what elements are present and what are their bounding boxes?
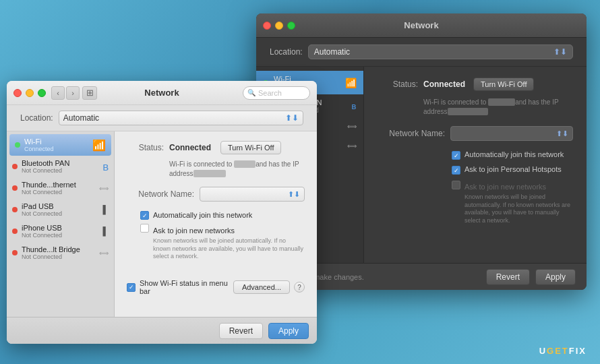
dark-checkboxes: ✓ Automatically join this network ✓ Ask …: [452, 150, 573, 225]
light-checkboxes: ✓ Automatically join this network Ask to…: [140, 211, 305, 261]
light-phone-icon-iphone: ▌: [102, 226, 109, 236]
watermark-prefix: U: [539, 346, 547, 356]
light-wifi-icon: 📶: [92, 139, 106, 152]
dark-personal-hotspot-checkbox[interactable]: ✓: [452, 166, 460, 175]
forward-button[interactable]: ›: [66, 86, 80, 100]
light-item-status-iphone: Not Connected: [22, 232, 102, 239]
light-show-wifi-checkbox[interactable]: ✓: [127, 283, 136, 292]
dark-personal-hotspot-row: ✓ Ask to join Personal Hotspots: [452, 165, 573, 175]
arrows-icon-bridge: ⟺: [347, 142, 357, 150]
light-network-input[interactable]: ⬆⬇: [200, 187, 305, 202]
light-sidebar-item-ipadusb[interactable]: iPad USB Not Connected ▌: [7, 199, 114, 220]
light-item-status-teth: Not Connected: [22, 189, 99, 195]
light-apply-button[interactable]: Apply: [268, 323, 309, 339]
light-auto-join-checkbox[interactable]: ✓: [140, 211, 149, 220]
light-sidebar-item-iphoneusb[interactable]: iPhone USB Not Connected ▌: [7, 220, 114, 242]
light-status-value: Connected: [169, 143, 211, 152]
dark-revert-button[interactable]: Revert: [486, 269, 530, 285]
light-phone-icon-ipad: ▌: [102, 205, 109, 214]
light-turn-wifi-off-button[interactable]: Turn Wi-Fi Off: [220, 141, 281, 154]
dark-ask-join-sublabel: Known networks will be joined automatica…: [464, 193, 573, 225]
light-item-name-ipad: iPad USB: [22, 202, 102, 210]
light-titlebar: ‹ › ⊞ Network 🔍 Search: [7, 81, 317, 105]
light-item-name-teth: Thunde...thernet: [22, 181, 99, 189]
light-ask-join-row: Ask to join new networks Known networks …: [140, 224, 305, 261]
light-location-row: Location: Automatic ⬆⬇: [7, 105, 317, 131]
light-item-status-ipad: Not Connected: [22, 210, 102, 217]
light-sidebar-item-wifi[interactable]: Wi-Fi Connected 📶: [9, 134, 111, 156]
light-close-button[interactable]: [13, 89, 22, 97]
search-icon: 🔍: [247, 89, 256, 96]
light-dropdown-arrow-icon: ⬆⬇: [285, 113, 299, 123]
light-network-label: Network Name:: [127, 189, 194, 199]
dark-ask-join-label: Ask to join new networks: [464, 183, 546, 191]
light-traffic-lights: [13, 89, 46, 97]
location-label-dark: Location:: [270, 47, 303, 57]
light-show-wifi-label: Show Wi-Fi status in menu bar: [140, 279, 233, 295]
dark-info-text: Wi-Fi is connected to and has the IP add…: [423, 98, 573, 117]
light-item-name-iphone: iPhone USB: [22, 224, 102, 232]
dark-ask-join-row: Ask to join new networks Known networks …: [452, 180, 573, 225]
close-button[interactable]: [263, 22, 271, 30]
light-question-button[interactable]: ?: [294, 282, 305, 293]
light-status-label: Status:: [127, 143, 164, 152]
light-dot-iphone: [12, 229, 18, 234]
light-item-name-bridge: Thunde...lt Bridge: [22, 245, 99, 253]
dark-personal-hotspot-label: Ask to join Personal Hotspots: [464, 165, 562, 173]
dark-ip-redacted: [448, 108, 488, 115]
dark-network-dropdown-arrow: ⬆⬇: [556, 129, 568, 138]
light-status-row: Status: Connected Turn Wi-Fi Off: [127, 141, 305, 154]
dark-status-row: Status: Connected Turn Wi-Fi Off: [378, 78, 573, 91]
dropdown-arrow-icon: ⬆⬇: [553, 47, 567, 57]
light-minimize-button[interactable]: [26, 89, 34, 97]
light-advanced-button[interactable]: Advanced...: [233, 280, 290, 294]
dark-ask-join-checkbox[interactable]: [452, 181, 460, 189]
light-location-select[interactable]: Automatic ⬆⬇: [59, 111, 303, 125]
light-ask-join-sublabel: Known networks will be joined automatica…: [153, 237, 305, 261]
minimize-button[interactable]: [275, 22, 283, 30]
window-title-dark: Network: [404, 20, 438, 30]
light-maximize-button[interactable]: [38, 89, 46, 97]
dark-auto-join-row: ✓ Automatically join this network: [452, 150, 573, 160]
light-arrows-icon-bridge: ⟺: [99, 249, 109, 257]
location-select-dark[interactable]: Automatic ⬆⬇: [308, 44, 573, 59]
bluetooth-icon: ʙ: [351, 101, 357, 111]
light-main-panel: Status: Connected Turn Wi-Fi Off Wi-Fi i…: [115, 131, 317, 329]
dark-main-panel: Status: Connected Turn Wi-Fi Off Wi-Fi i…: [364, 67, 587, 284]
light-sidebar-item-thunder-eth[interactable]: Thunde...thernet Not Connected ⟺: [7, 177, 114, 199]
light-window-title: Network: [144, 88, 179, 98]
dark-network-input[interactable]: ⬆⬇: [450, 126, 573, 141]
light-arrows-icon-eth: ⟺: [99, 185, 109, 192]
light-network-row: Network Name: ⬆⬇: [127, 187, 305, 202]
dark-auto-join-checkbox[interactable]: ✓: [452, 151, 460, 160]
traffic-lights: [263, 22, 295, 30]
maximize-button[interactable]: [287, 22, 295, 30]
back-button[interactable]: ‹: [51, 86, 65, 100]
dark-apply-button[interactable]: Apply: [535, 269, 576, 285]
light-auto-join-row: ✓ Automatically join this network: [140, 211, 305, 220]
light-item-status-wifi: Connected: [24, 146, 92, 152]
light-dot-teth: [12, 185, 18, 191]
light-revert-button[interactable]: Revert: [219, 323, 263, 339]
dark-status-value: Connected: [423, 80, 465, 89]
light-ask-join-checkbox[interactable]: [140, 224, 149, 233]
search-placeholder: Search: [258, 89, 282, 97]
dark-network-label: Network Name:: [378, 129, 445, 138]
light-sidebar: Wi-Fi Connected 📶 Bluetooth PAN Not Conn…: [7, 131, 115, 329]
dark-network-row: Network Name: ⬆⬇: [378, 126, 573, 141]
dark-turn-wifi-off-button[interactable]: Turn Wi-Fi Off: [473, 78, 534, 91]
light-dot-wifi: [15, 142, 20, 148]
grid-view-button[interactable]: ⊞: [82, 86, 97, 100]
light-ip-redacted: [193, 170, 226, 177]
light-ask-join-label: Ask to join new networks: [153, 226, 235, 235]
light-nav-buttons: ‹ ›: [51, 86, 80, 100]
search-field[interactable]: 🔍 Search: [243, 86, 310, 100]
light-sidebar-item-bridge[interactable]: Thunde...lt Bridge Not Connected ⟺: [7, 242, 114, 264]
light-sidebar-item-btpan[interactable]: Bluetooth PAN Not Connected ʙ: [7, 156, 114, 177]
watermark-suffix: FIX: [569, 346, 587, 356]
dark-status-label: Status:: [378, 80, 418, 89]
light-footer: Revert Apply: [7, 317, 317, 344]
light-network-arrow: ⬆⬇: [288, 190, 300, 199]
watermark: UGETFIX: [539, 346, 587, 356]
light-show-wifi-row: ✓ Show Wi-Fi status in menu bar Advanced…: [127, 279, 305, 295]
